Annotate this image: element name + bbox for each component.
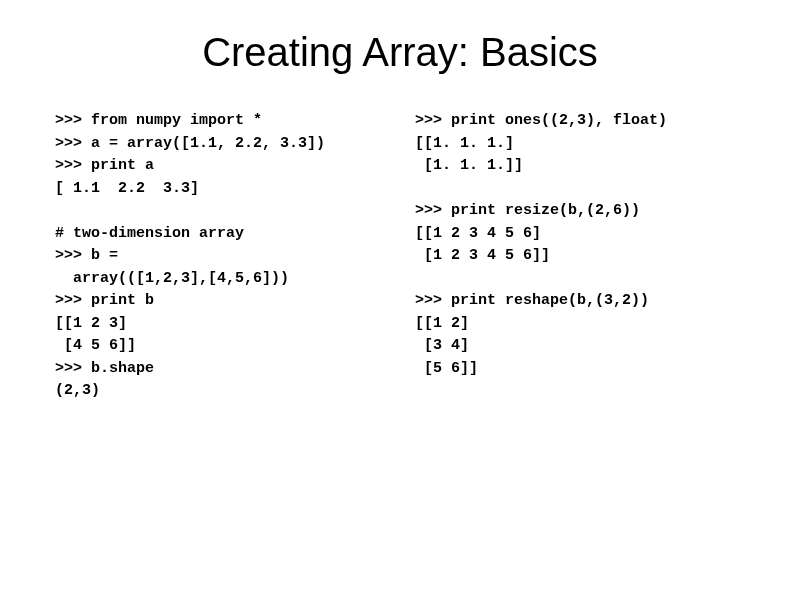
code-line: [5 6]] <box>415 360 478 377</box>
code-line: >>> print a <box>55 157 154 174</box>
code-line: [1 2 3 4 5 6]] <box>415 247 550 264</box>
content-columns: >>> from numpy import * >>> a = array([1… <box>55 110 745 403</box>
code-line: >>> print ones((2,3), float) <box>415 112 667 129</box>
code-line: >>> print b <box>55 292 154 309</box>
code-line: >>> from numpy import * <box>55 112 262 129</box>
code-line: # two-dimension array <box>55 225 244 242</box>
slide-title: Creating Array: Basics <box>55 30 745 75</box>
slide: Creating Array: Basics >>> from numpy im… <box>0 0 800 600</box>
left-column: >>> from numpy import * >>> a = array([1… <box>55 110 385 403</box>
right-column: >>> print ones((2,3), float) [[1. 1. 1.]… <box>415 110 745 403</box>
code-line: >>> print resize(b,(2,6)) <box>415 202 640 219</box>
code-line: [3 4] <box>415 337 469 354</box>
code-line: [1. 1. 1.]] <box>415 157 523 174</box>
code-line: >>> a = array([1.1, 2.2, 3.3]) <box>55 135 325 152</box>
code-line: [ 1.1 2.2 3.3] <box>55 180 199 197</box>
code-line: [[1 2 3] <box>55 315 127 332</box>
code-line: [[1 2 3 4 5 6] <box>415 225 541 242</box>
code-line: >>> b = <box>55 247 118 264</box>
code-line: [4 5 6]] <box>55 337 136 354</box>
code-line: [[1. 1. 1.] <box>415 135 514 152</box>
code-line: (2,3) <box>55 382 100 399</box>
code-line: array(([1,2,3],[4,5,6])) <box>55 270 289 287</box>
code-line: >>> b.shape <box>55 360 154 377</box>
code-line: [[1 2] <box>415 315 469 332</box>
code-line: >>> print reshape(b,(3,2)) <box>415 292 649 309</box>
